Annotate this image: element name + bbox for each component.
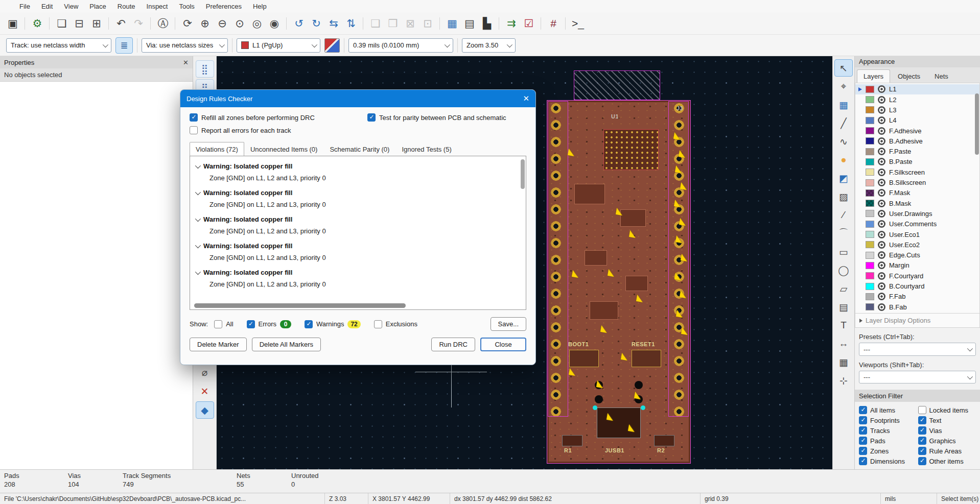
left-toolbar-icon[interactable]: ⌀ [196,364,214,381]
drc-tab[interactable]: Unconnected Items (0) [244,142,324,156]
violation-item[interactable]: Warning: Isolated copper fill Zone [GND]… [190,185,526,211]
violation-item[interactable]: Warning: Isolated copper fill Zone [GND]… [190,265,526,291]
violation-detail[interactable]: Zone [GND] on L1, L2 and L3, priority 0 [190,252,526,265]
toolbar-icon[interactable]: ⊡ [419,15,436,32]
layer-visibility-eye-icon[interactable] [878,148,885,155]
layer-row[interactable]: User.Eco1 [855,229,979,239]
toolbar-icon[interactable]: ⊙ [231,15,248,32]
layer-row[interactable]: B.Fab [855,302,979,312]
toolbar-icon[interactable]: ↷ [130,15,147,32]
layer-row[interactable]: B.Paste [855,157,979,167]
layer-color-swatch[interactable] [866,137,874,145]
board-component[interactable] [597,407,641,438]
layer-color-swatch[interactable] [866,221,874,228]
drc-warning-marker[interactable] [608,269,615,277]
layer-color-swatch[interactable] [866,210,874,217]
drc-warning-marker[interactable] [572,270,579,278]
toolbar-icon[interactable]: ↻ [308,15,325,32]
selection-filter-item[interactable]: Pads [859,437,917,445]
grid-size-dropdown[interactable]: 0.39 mils (0.0100 mm) [348,38,453,53]
right-toolbar-icon[interactable]: ▤ [834,298,853,316]
toolbar-icon[interactable]: Ⓐ [154,15,172,32]
toolbar-icon[interactable]: ❒ [384,15,402,32]
layer-color-swatch[interactable] [866,169,874,176]
layer-row[interactable]: F.Silkscreen [855,167,979,177]
toolbar-icon[interactable]: ⊕ [196,15,214,32]
close-icon[interactable]: ✕ [523,94,529,103]
selection-filter-item[interactable]: All items [859,406,917,414]
toolbar-icon[interactable]: >_ [569,15,587,32]
drc-warning-marker[interactable] [674,200,682,207]
drc-option[interactable]: Report all errors for each track [190,126,367,134]
layer-row[interactable]: F.Mask [855,188,979,198]
drc-warning-marker[interactable] [676,310,684,318]
right-toolbar-icon[interactable]: ▭ [834,243,853,260]
drc-option-checkbox[interactable] [190,126,198,134]
drc-option-checkbox[interactable] [190,113,198,122]
right-toolbar-icon[interactable]: ∿ [834,133,853,150]
layer-row[interactable]: Margin [855,260,979,271]
layer-color-swatch[interactable] [866,231,874,238]
track-width-dropdown[interactable]: Track: use netclass width [6,38,111,53]
toolbar-icon[interactable]: ◉ [266,15,283,32]
drc-warning-marker[interactable] [616,208,623,215]
layer-color-swatch[interactable] [866,86,874,93]
layer-color-swatch[interactable] [866,96,874,103]
selection-filter-item[interactable]: Footprints [859,416,917,424]
toolbar-icon[interactable]: ❏ [53,15,71,32]
track-presets-icon[interactable]: ≣ [115,37,133,54]
right-toolbar-icon[interactable]: ↖ [834,59,853,77]
delete-marker-button[interactable]: Delete Marker [190,338,247,351]
drc-warning-marker[interactable] [568,149,575,156]
toolbar-icon[interactable]: ◎ [248,15,266,32]
drc-warning-marker[interactable] [621,353,628,361]
menu-item[interactable]: Route [112,1,141,12]
layer-row[interactable]: B.Mask [855,198,979,208]
layer-row[interactable]: User.Comments [855,219,979,229]
right-toolbar-icon[interactable]: ● [834,151,853,169]
toolbar-icon[interactable]: ❑ [367,15,384,32]
esp32-module[interactable] [603,129,659,170]
layer-row[interactable]: B.Courtyard [855,281,979,291]
drc-warning-marker[interactable] [569,368,576,376]
right-toolbar-icon[interactable]: ▦ [834,353,853,371]
layer-row[interactable]: Edge.Cuts [855,250,979,260]
filter-checkbox[interactable] [918,406,926,414]
layer-visibility-eye-icon[interactable] [878,179,885,186]
board-component[interactable] [590,301,618,320]
layer-visibility-eye-icon[interactable] [878,231,885,238]
drc-warning-marker[interactable] [675,165,683,173]
selection-filter-item[interactable]: Vias [918,426,976,435]
zoom-dropdown[interactable]: Zoom 3.50 [462,38,516,53]
board-component[interactable] [585,250,607,266]
right-toolbar-icon[interactable]: ⌒ [834,225,853,242]
drc-tab[interactable]: Schematic Parity (0) [323,142,395,156]
filter-checkbox[interactable] [859,447,867,455]
filter-checkbox[interactable] [859,457,867,465]
layer-color-swatch[interactable] [866,127,874,134]
filter-checkbox[interactable] [918,457,926,465]
via-size-dropdown[interactable]: Via: use netclass sizes [142,38,228,53]
layer-color-swatch[interactable] [866,272,874,279]
drc-warning-marker[interactable] [600,325,608,333]
right-toolbar-icon[interactable]: ∕ [834,206,853,224]
toolbar-icon[interactable]: ⇉ [503,15,520,32]
menu-item[interactable]: Help [248,1,272,12]
right-toolbar-icon[interactable]: T [834,317,853,334]
layer-visibility-eye-icon[interactable] [878,189,885,197]
drc-dialog-titlebar[interactable]: Design Rules Checker ✕ [180,90,535,107]
layer-color-swatch[interactable] [866,148,874,155]
toolbar-icon[interactable]: ↶ [112,15,130,32]
drc-warning-marker[interactable] [636,295,644,302]
drc-warning-marker[interactable] [674,273,682,280]
toolbar-icon[interactable]: ☑ [520,15,538,32]
layer-visibility-eye-icon[interactable] [878,272,885,280]
violations-list[interactable]: Warning: Isolated copper fill Zone [GND]… [190,156,526,310]
layer-visibility-eye-icon[interactable] [878,303,885,311]
appearance-tab[interactable]: Layers [857,69,890,83]
toolbar-icon[interactable]: ⚙ [29,15,46,32]
violation-detail[interactable]: Zone [GND] on L1, L2 and L3, priority 0 [190,278,526,291]
layer-pair-colors-icon[interactable] [324,38,340,53]
board-component[interactable] [574,184,605,204]
toolbar-icon[interactable]: ▙ [478,15,496,32]
